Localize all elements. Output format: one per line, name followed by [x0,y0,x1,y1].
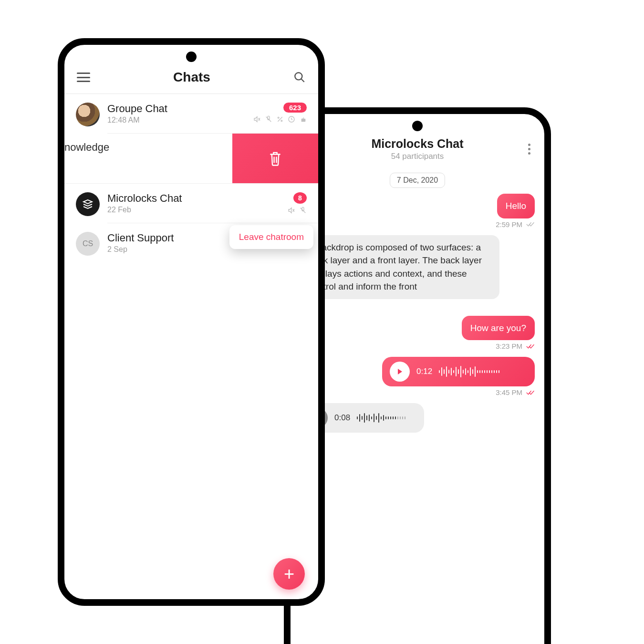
message-meta: 2:59 PM [300,220,535,229]
new-chat-fab[interactable]: + [273,558,305,590]
voice-message-out[interactable]: 0:12 [382,357,535,386]
avatar [76,192,100,216]
chat-list-item-swiped[interactable]: nowledge [64,134,318,183]
message-out[interactable]: Hello [497,194,535,218]
avatar [76,103,100,126]
message-meta: 54 PM [300,435,535,443]
leave-chatroom-button[interactable]: Leave chatroom [229,225,313,249]
status-icons [253,115,307,123]
svg-point-0 [295,73,302,80]
message-meta: 3:45 PM [300,388,535,396]
avatar: CS [76,232,100,256]
participants-count: 54 participants [312,152,523,161]
page-title: Chats [173,70,210,85]
date-chip: 7 Dec, 2020 [390,173,445,188]
chat-list-item[interactable]: Groupe Chat 12:48 AM 623 [64,94,318,133]
trash-icon [268,150,282,166]
status-icons [288,207,307,214]
unread-badge: 623 [283,103,307,113]
voice-duration: 0:12 [416,367,432,376]
read-receipt-icon [526,221,535,228]
svg-line-1 [301,79,304,82]
muted-icon [253,115,261,123]
chat-time: 22 Feb [107,206,280,214]
menu-icon[interactable] [77,73,90,82]
chat-name: Groupe Chat [107,103,246,115]
muted-icon [288,207,295,214]
waveform [357,413,416,423]
more-icon[interactable] [523,144,535,155]
chat-preview-clipped: nowledge [64,141,109,154]
read-receipt-icon [526,389,535,396]
voice-duration: 0:08 [334,413,350,423]
delete-button[interactable] [232,134,318,183]
plus-icon: + [284,564,294,584]
play-icon[interactable] [390,362,410,382]
waveform [439,366,527,377]
chat-name: Microlocks Chat [107,192,280,205]
message-in[interactable]: A backdrop is composed of two surfaces: … [300,235,499,299]
message-meta: 3:23 PM [300,342,535,350]
phone-chat-list: Chats Groupe Chat 12:48 AM 623 [58,38,325,606]
chat-list-item[interactable]: Microlocks Chat 22 Feb 8 [64,184,318,223]
percent-icon [276,115,284,123]
thumbs-up-icon [299,115,307,123]
mic-off-icon [299,207,307,214]
search-icon[interactable] [293,71,306,83]
chat-title: Microlocks Chat [312,137,523,151]
mic-off-icon [265,115,272,123]
message-meta: 1 PM [300,301,535,309]
clock-icon [288,115,295,123]
unread-badge: 8 [293,192,307,204]
camera-dot [412,121,423,131]
camera-dot [186,52,197,62]
message-out[interactable]: How are you? [462,316,535,341]
read-receipt-icon [526,343,535,350]
chat-time: 12:48 AM [107,116,246,125]
chat-list-item[interactable]: CS Client Support 2 Sep Leave chatroom [64,223,318,262]
